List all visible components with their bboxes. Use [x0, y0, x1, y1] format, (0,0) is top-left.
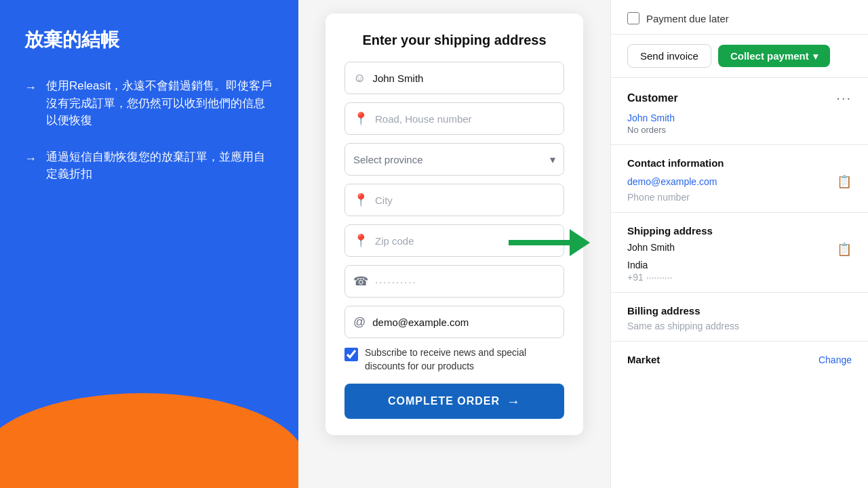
customer-section: Customer ··· John Smith No orders — [611, 78, 868, 145]
copy-email-icon[interactable]: 📋 — [837, 174, 852, 189]
form-title: Enter your shipping address — [344, 33, 564, 48]
payment-due-later-row: Payment due later — [611, 0, 868, 35]
left-item-2: → 通過短信自動恢復您的放棄訂單，並應用自定義折扣 — [24, 148, 274, 183]
subscribe-checkbox[interactable] — [344, 348, 358, 361]
chevron-down-icon: ▾ — [550, 153, 555, 166]
subscribe-checkbox-row: Subscribe to receive news and special di… — [344, 346, 564, 373]
customer-menu-icon[interactable]: ··· — [836, 90, 852, 106]
arrow-icon-1: → — [24, 79, 37, 97]
shipping-section-title: Shipping address — [627, 225, 852, 237]
address-input-row: 📍 — [344, 102, 564, 135]
address-input[interactable] — [375, 113, 555, 125]
left-title: 放棄的結帳 — [24, 27, 274, 53]
left-item-text-1: 使用Releasit，永遠不會錯過銷售。即使客戶沒有完成訂單，您仍然可以收到他們… — [46, 77, 274, 129]
shipping-name-text: John Smith — [627, 242, 675, 253]
location-icon-city: 📍 — [353, 192, 368, 207]
green-arrow-line — [509, 240, 570, 245]
phone-input-row: ☎ — [344, 265, 564, 298]
shipping-phone-text: +91 ·········· — [627, 272, 852, 283]
city-input[interactable] — [375, 195, 555, 206]
arrow-icon-2: → — [24, 150, 37, 168]
customer-orders-text: No orders — [627, 125, 852, 135]
customer-section-title: Customer — [627, 92, 678, 104]
left-panel: 放棄的結帳 → 使用Releasit，永遠不會錯過銷售。即使客戶沒有完成訂單，您… — [0, 0, 298, 488]
billing-section: Billing address Same as shipping address — [611, 293, 868, 342]
shipping-country-text: India — [627, 260, 852, 270]
contact-section: Contact information demo@example.com 📋 P… — [611, 145, 868, 213]
billing-same-text: Same as shipping address — [627, 321, 852, 331]
market-change-link[interactable]: Change — [818, 354, 852, 365]
contact-email-link[interactable]: demo@example.com — [627, 176, 717, 187]
send-invoice-button[interactable]: Send invoice — [627, 44, 711, 68]
form-card: Enter your shipping address ☺ 📍 Select p… — [326, 14, 583, 435]
city-input-row: 📍 — [344, 184, 564, 216]
action-buttons-row: Send invoice Collect payment ▾ — [611, 35, 868, 78]
customer-name-link[interactable]: John Smith — [627, 113, 852, 123]
collect-payment-chevron-icon: ▾ — [813, 51, 818, 62]
province-select[interactable]: Select province — [353, 154, 545, 165]
shipping-name-row: John Smith 📋 — [627, 242, 852, 257]
shipping-section: Shipping address John Smith 📋 India +91 … — [611, 213, 868, 293]
middle-panel: Enter your shipping address ☺ 📍 Select p… — [298, 0, 610, 488]
name-input[interactable] — [372, 73, 555, 84]
contact-phone-text: Phone number — [627, 192, 852, 203]
left-item-1: → 使用Releasit，永遠不會錯過銷售。即使客戶沒有完成訂單，您仍然可以收到… — [24, 77, 274, 129]
copy-shipping-icon[interactable]: 📋 — [837, 242, 852, 257]
contact-email-row: demo@example.com 📋 — [627, 174, 852, 189]
collect-payment-label: Collect payment — [730, 50, 809, 62]
province-select-row: Select province ▾ — [344, 143, 564, 176]
location-icon-address: 📍 — [353, 111, 368, 126]
right-panel: Payment due later Send invoice Collect p… — [610, 0, 868, 488]
at-icon: @ — [353, 315, 366, 329]
email-input[interactable] — [372, 317, 555, 328]
complete-order-button[interactable]: COMPLETE ORDER → — [344, 384, 564, 419]
complete-order-arrow-icon: → — [507, 394, 521, 409]
collect-payment-button[interactable]: Collect payment ▾ — [718, 45, 830, 67]
email-input-row: @ — [344, 306, 564, 338]
left-item-text-2: 通過短信自動恢復您的放棄訂單，並應用自定義折扣 — [46, 148, 274, 183]
person-icon: ☺ — [353, 71, 366, 85]
green-arrow-head — [570, 229, 590, 256]
customer-section-header: Customer ··· — [627, 90, 852, 106]
phone-input[interactable] — [375, 276, 555, 287]
market-section: Market Change — [611, 342, 868, 375]
subscribe-label: Subscribe to receive news and special di… — [365, 346, 564, 373]
location-icon-zip: 📍 — [353, 233, 368, 248]
billing-section-title: Billing address — [627, 305, 852, 317]
complete-order-label: COMPLETE ORDER — [388, 395, 500, 407]
phone-icon: ☎ — [353, 274, 368, 289]
market-section-title: Market — [627, 354, 660, 365]
green-arrow — [509, 229, 590, 256]
name-input-row: ☺ — [344, 62, 564, 94]
payment-due-later-label: Payment due later — [646, 13, 729, 24]
contact-section-title: Contact information — [627, 157, 852, 169]
payment-due-later-checkbox[interactable] — [627, 12, 639, 24]
